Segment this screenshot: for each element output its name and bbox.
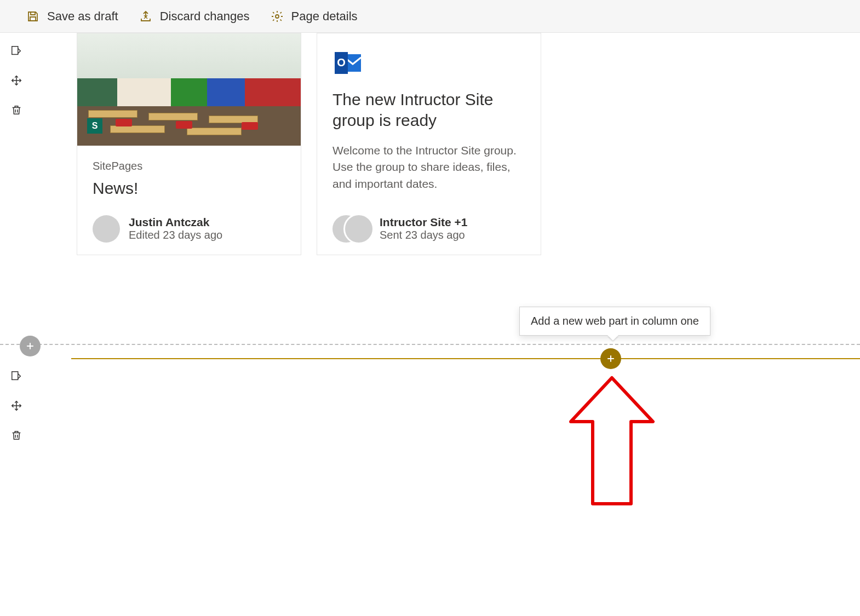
section-2-rail	[0, 360, 33, 444]
svg-rect-5	[12, 372, 18, 380]
avatar-icon	[93, 215, 120, 243]
move-section-2-icon[interactable]	[10, 400, 22, 414]
news-card-1[interactable]: S SitePages News! Justin Antczak Edited …	[77, 33, 301, 255]
card-2-author: Intructor Site +1	[380, 216, 467, 229]
gear-icon	[270, 9, 285, 24]
outlook-icon: O	[332, 48, 363, 78]
card-2-title: The new Intructor Site group is ready	[332, 89, 525, 130]
add-section-divider	[0, 344, 860, 345]
section-1-row: S SitePages News! Justin Antczak Edited …	[0, 33, 860, 255]
delete-section-icon[interactable]	[9, 103, 24, 117]
card-2-description: Welcome to the Intructor Site group. Use…	[332, 142, 525, 192]
discard-changes-label: Discard changes	[160, 9, 250, 24]
card-2-timestamp: Sent 23 days ago	[380, 229, 467, 241]
card-1-author: Justin Antczak	[129, 216, 222, 229]
move-section-icon[interactable]	[9, 73, 24, 88]
avatar-group-icon	[332, 215, 371, 243]
command-toolbar: Save as draft Discard changes Page detai…	[0, 0, 860, 33]
svg-text:O: O	[337, 56, 346, 68]
save-as-draft-label: Save as draft	[47, 9, 118, 24]
delete-section-2-icon[interactable]	[10, 429, 22, 444]
svg-rect-1	[12, 47, 18, 55]
svg-point-0	[276, 15, 279, 18]
discard-icon	[138, 9, 153, 24]
section-2-boundary	[71, 358, 860, 359]
add-webpart-button[interactable]	[600, 348, 621, 369]
news-cards: S SitePages News! Justin Antczak Edited …	[77, 33, 816, 255]
edit-section-2-icon[interactable]	[10, 370, 22, 384]
section-1: S SitePages News! Justin Antczak Edited …	[33, 33, 860, 255]
save-icon	[25, 9, 41, 24]
card-1-site-label: SitePages	[93, 160, 285, 172]
discard-changes-button[interactable]: Discard changes	[135, 7, 253, 26]
save-as-draft-button[interactable]: Save as draft	[22, 7, 122, 26]
page-details-label: Page details	[291, 9, 358, 24]
add-webpart-tooltip-text: Add a new web part in column one	[531, 315, 699, 327]
page-details-button[interactable]: Page details	[266, 7, 361, 26]
card-1-image: S	[77, 33, 301, 146]
add-section-button[interactable]	[20, 336, 41, 356]
card-1-timestamp: Edited 23 days ago	[129, 229, 222, 241]
sharepoint-badge-icon: S	[87, 118, 102, 134]
annotation-arrow-icon	[560, 372, 669, 515]
edit-section-icon[interactable]	[9, 44, 24, 58]
add-webpart-tooltip: Add a new web part in column one	[519, 307, 710, 336]
news-card-2[interactable]: O The new Intructor Site group is ready …	[317, 33, 541, 255]
section-1-rail	[0, 33, 33, 255]
card-1-title: News!	[93, 178, 285, 199]
